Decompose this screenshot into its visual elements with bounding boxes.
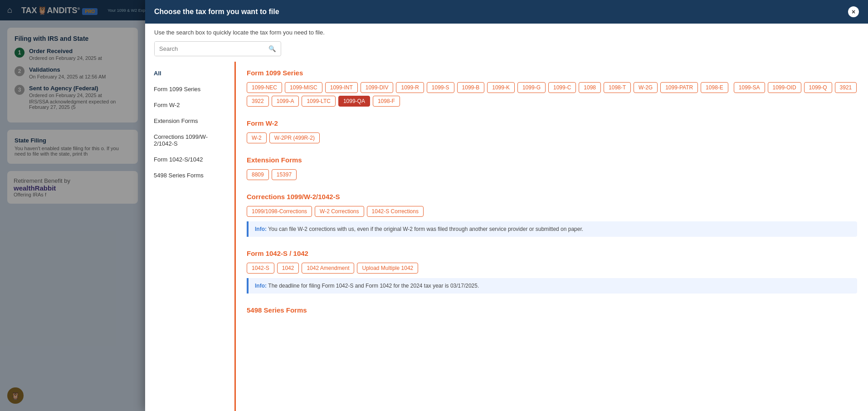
tag-1042s[interactable]: 1042-S: [247, 263, 274, 274]
tag-1099-q[interactable]: 1099-Q: [804, 82, 832, 93]
form-tags-1099: 1099-NEC 1099-MISC 1099-INT 1099-DIV 109…: [247, 82, 857, 107]
tag-1099-qa[interactable]: 1099-QA: [338, 96, 370, 107]
form-tags-1042: 1042-S 1042 1042 Amendment Upload Multip…: [247, 263, 857, 274]
section-corrections-title: Corrections 1099/W-2/1042-S: [247, 193, 857, 201]
tag-1042-amendment[interactable]: 1042 Amendment: [302, 263, 354, 274]
sidebar-item-all[interactable]: All: [145, 65, 234, 81]
sidebar-item-form1099[interactable]: Form 1099 Series: [145, 81, 234, 97]
tag-1099-g[interactable]: 1099-G: [517, 82, 546, 93]
modal-main: Form 1099 Series 1099-NEC 1099-MISC 1099…: [236, 62, 868, 411]
section-extension: Extension Forms 8809 15397: [247, 156, 857, 180]
info-label-corrections: Info:: [255, 226, 268, 232]
section-formw2-title: Form W-2: [247, 119, 857, 127]
tag-1099-int[interactable]: 1099-INT: [325, 82, 358, 93]
modal-subtitle: Use the search box to quickly locate the…: [145, 24, 868, 41]
section-corrections: Corrections 1099/W-2/1042-S 1099/1098-Co…: [247, 193, 857, 237]
tag-1099-r[interactable]: 1099-R: [396, 82, 424, 93]
search-input[interactable]: [155, 42, 264, 56]
section-extension-title: Extension Forms: [247, 156, 857, 164]
search-box: 🔍: [154, 41, 281, 56]
tag-1098-t[interactable]: 1098-T: [604, 82, 631, 93]
tag-1098-f[interactable]: 1098-F: [373, 96, 400, 107]
modal-sidebar: All Form 1099 Series Form W-2 Extension …: [145, 62, 236, 411]
tag-w2[interactable]: W-2: [247, 132, 267, 143]
tag-1099-b[interactable]: 1099-B: [457, 82, 485, 93]
tag-1099-nec[interactable]: 1099-NEC: [247, 82, 282, 93]
search-button[interactable]: 🔍: [264, 43, 281, 55]
section-5498-title: 5498 Series Forms: [247, 306, 857, 314]
tag-3921[interactable]: 3921: [835, 82, 857, 93]
corrections-info-text: You can file W-2 corrections with us, ev…: [268, 226, 583, 232]
section-form1099: Form 1099 Series 1099-NEC 1099-MISC 1099…: [247, 69, 857, 107]
tag-w2-corrections[interactable]: W-2 Corrections: [315, 206, 364, 217]
section-formw2: Form W-2 W-2 W-2PR (499R-2): [247, 119, 857, 143]
section-form1042-title: Form 1042-S / 1042: [247, 250, 857, 257]
modal-title: Choose the tax form you want to file: [154, 8, 279, 16]
tag-1099-patr[interactable]: 1099-PATR: [660, 82, 698, 93]
tag-8809[interactable]: 8809: [247, 169, 269, 180]
sidebar-item-corrections[interactable]: Corrections 1099/W-2/1042-S: [145, 129, 234, 152]
section-form1042: Form 1042-S / 1042 1042-S 1042 1042 Amen…: [247, 250, 857, 294]
sidebar-item-extension[interactable]: Extension Forms: [145, 113, 234, 129]
modal-close-button[interactable]: ×: [848, 6, 859, 17]
tag-1099-oid[interactable]: 1099-OID: [768, 82, 801, 93]
tag-1099-k[interactable]: 1099-K: [487, 82, 515, 93]
form-tags-extension: 8809 15397: [247, 169, 857, 180]
tag-1099-ltc[interactable]: 1099-LTC: [302, 96, 335, 107]
form1042-info-box: Info: The deadline for filing Form 1042-…: [247, 278, 857, 294]
tag-15397[interactable]: 15397: [272, 169, 297, 180]
tag-1098[interactable]: 1098: [579, 82, 601, 93]
tag-1042s-corrections[interactable]: 1042-S Corrections: [367, 206, 424, 217]
tag-w2pr[interactable]: W-2PR (499R-2): [269, 132, 320, 143]
modal-body: All Form 1099 Series Form W-2 Extension …: [145, 62, 868, 411]
sidebar-item-5498[interactable]: 5498 Series Forms: [145, 167, 234, 183]
tag-1098-e[interactable]: 1098-E: [701, 82, 728, 93]
tag-1099-misc[interactable]: 1099-MISC: [285, 82, 322, 93]
section-5498: 5498 Series Forms: [247, 306, 857, 314]
modal: Choose the tax form you want to file × U…: [145, 0, 868, 411]
tag-1099-a[interactable]: 1099-A: [272, 96, 299, 107]
tag-1099-sa[interactable]: 1099-SA: [734, 82, 765, 93]
form-tags-w2: W-2 W-2PR (499R-2): [247, 132, 857, 143]
sidebar-item-formw2[interactable]: Form W-2: [145, 97, 234, 113]
form1042-info-text: The deadline for filing Form 1042-S and …: [268, 283, 479, 289]
sidebar-item-form1042[interactable]: Form 1042-S/1042: [145, 152, 234, 167]
modal-search-row: 🔍: [145, 41, 868, 62]
tag-1099-div[interactable]: 1099-DIV: [361, 82, 394, 93]
tag-1099-corrections[interactable]: 1099/1098-Corrections: [247, 206, 312, 217]
tag-1042[interactable]: 1042: [277, 263, 299, 274]
tag-3922[interactable]: 3922: [247, 96, 269, 107]
corrections-info-box: Info: You can file W-2 corrections with …: [247, 221, 857, 237]
tag-w2g[interactable]: W-2G: [634, 82, 658, 93]
tag-1099-s[interactable]: 1099-S: [427, 82, 454, 93]
form-tags-corrections: 1099/1098-Corrections W-2 Corrections 10…: [247, 206, 857, 217]
section-form1099-title: Form 1099 Series: [247, 69, 857, 77]
info-label-1042: Info:: [255, 283, 268, 289]
tag-1099-c[interactable]: 1099-C: [548, 82, 576, 93]
modal-header: Choose the tax form you want to file ×: [145, 0, 868, 24]
tag-upload-multiple-1042[interactable]: Upload Multiple 1042: [357, 263, 418, 274]
